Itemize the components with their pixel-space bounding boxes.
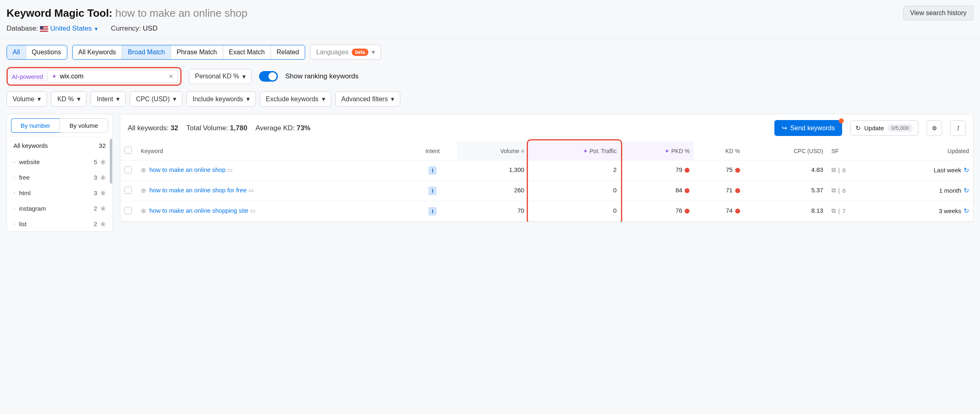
kd-value: 75: [694, 160, 744, 181]
keyword-groups-sidebar: By number By volume All keywords 32 ›web…: [7, 114, 113, 232]
tab-phrase-match[interactable]: Phrase Match: [171, 45, 223, 59]
col-updated[interactable]: Updated: [877, 142, 973, 160]
scrollbar[interactable]: [110, 139, 112, 184]
include-keywords-filter[interactable]: Include keywords▾: [186, 91, 256, 107]
notification-dot: [839, 118, 844, 123]
refresh-icon: ↻: [856, 125, 861, 132]
advanced-filters[interactable]: Advanced filters▾: [335, 91, 401, 107]
col-volume[interactable]: Volume ≡: [457, 142, 528, 160]
sidebar-tab-by-number[interactable]: By number: [11, 118, 60, 133]
tab-all[interactable]: All: [7, 45, 26, 59]
col-sf[interactable]: SF: [827, 142, 877, 160]
serp-icon[interactable]: ▭: [250, 207, 255, 214]
select-all-checkbox[interactable]: [124, 147, 132, 154]
total-volume: Total Volume: 1,780: [186, 124, 247, 132]
intent-badge: I: [428, 166, 437, 175]
sidebar-tab-by-volume[interactable]: By volume: [60, 118, 109, 133]
sf-value[interactable]: ⧉ | 7: [831, 207, 846, 214]
intent-filter[interactable]: Intent▾: [91, 91, 126, 107]
send-icon: ↪: [782, 124, 787, 132]
refresh-row-icon[interactable]: ↻: [964, 167, 969, 174]
chevron-down-icon: ▼: [94, 26, 99, 32]
tab-exact-match[interactable]: Exact Match: [223, 45, 271, 59]
sidebar-item-website[interactable]: ›website 5◉: [7, 154, 112, 169]
sidebar-all-keywords[interactable]: All keywords 32: [7, 137, 112, 154]
languages-dropdown[interactable]: Languages beta ▾: [310, 45, 381, 60]
pot-traffic-value: 0: [528, 201, 621, 222]
volume-value: 1,300: [457, 160, 528, 181]
table-row: ⊕how to make an online shop ▭ I 1,300 2 …: [120, 160, 973, 181]
difficulty-dot-icon: [685, 168, 690, 173]
sidebar-item-instagram[interactable]: ›instagram 2◉: [7, 200, 112, 216]
average-kd: Average KD: 73%: [255, 124, 310, 132]
keyword-link[interactable]: how to make an online shopping site: [149, 207, 248, 214]
tab-all-keywords[interactable]: All Keywords: [73, 45, 122, 59]
keyword-link[interactable]: how to make an online shop: [149, 166, 226, 173]
clear-icon[interactable]: ✕: [169, 73, 173, 80]
chevron-down-icon: ▾: [242, 73, 246, 80]
settings-button[interactable]: ⚙: [927, 120, 942, 136]
eye-icon[interactable]: ◉: [100, 158, 106, 165]
add-icon[interactable]: ⊕: [141, 187, 146, 194]
tab-questions[interactable]: Questions: [26, 45, 67, 59]
tab-broad-match[interactable]: Broad Match: [122, 45, 171, 59]
refresh-row-icon[interactable]: ↻: [964, 187, 969, 194]
cpc-filter[interactable]: CPC (USD)▾: [130, 91, 182, 107]
row-checkbox[interactable]: [124, 187, 132, 194]
intent-badge: I: [428, 207, 437, 216]
serp-icon[interactable]: ▭: [248, 187, 254, 194]
sf-value[interactable]: ⧉ | 6: [831, 187, 846, 194]
keyword-link[interactable]: how to make an online shop for free: [149, 187, 246, 194]
eye-icon[interactable]: ◉: [100, 205, 106, 212]
row-checkbox[interactable]: [124, 166, 132, 174]
add-icon[interactable]: ⊕: [141, 166, 146, 174]
refresh-row-icon[interactable]: ↻: [964, 207, 969, 214]
serp-icon[interactable]: ▭: [227, 167, 233, 173]
volume-filter[interactable]: Volume▾: [7, 91, 47, 107]
volume-value: 260: [457, 181, 528, 201]
eye-icon[interactable]: ◉: [100, 174, 106, 181]
sparkle-icon: ✦: [583, 148, 588, 154]
sidebar-item-html[interactable]: ›html 3◉: [7, 185, 112, 200]
add-icon[interactable]: ⊕: [141, 207, 146, 215]
volume-value: 70: [457, 201, 528, 222]
personal-kd-dropdown[interactable]: Personal KD % ▾: [189, 69, 252, 84]
col-keyword[interactable]: Keyword: [137, 142, 408, 160]
tab-related[interactable]: Related: [271, 45, 305, 59]
exclude-keywords-filter[interactable]: Exclude keywords▾: [260, 91, 331, 107]
row-checkbox[interactable]: [124, 207, 132, 214]
col-pkd[interactable]: ✦ PKD %: [621, 142, 694, 160]
difficulty-dot-icon: [735, 168, 740, 173]
view-search-history-button[interactable]: View search history: [903, 6, 973, 20]
chevron-right-icon: ›: [13, 206, 15, 211]
difficulty-dot-icon: [685, 209, 690, 214]
chevron-down-icon: ▾: [372, 48, 375, 56]
question-tabs: All Questions: [7, 45, 67, 60]
chevron-down-icon: ▾: [173, 95, 176, 103]
update-counter: 0/5,000: [887, 124, 913, 132]
chevron-down-icon: ▾: [116, 95, 120, 103]
update-button[interactable]: ↻ Update 0/5,000: [850, 120, 918, 136]
sidebar-item-free[interactable]: ›free 3◉: [7, 169, 112, 185]
sf-value[interactable]: ⧉ | 6: [831, 166, 846, 174]
col-cpc[interactable]: CPC (USD): [744, 142, 827, 160]
col-kd[interactable]: KD %: [694, 142, 744, 160]
eye-icon[interactable]: ◉: [100, 189, 106, 196]
chevron-right-icon: ›: [13, 175, 15, 180]
send-keywords-button[interactable]: ↪ Send keywords: [774, 120, 842, 136]
chevron-down-icon: ▾: [246, 95, 250, 103]
show-ranking-toggle[interactable]: [259, 71, 278, 82]
chevron-right-icon: ›: [13, 221, 15, 226]
sparkle-icon: ✦: [52, 73, 57, 80]
sidebar-item-list[interactable]: ›list 2◉: [7, 216, 112, 231]
col-pot-traffic[interactable]: ✦ Pot. Traffic: [528, 142, 621, 160]
kd-filter[interactable]: KD %▾: [51, 91, 86, 107]
database-selector[interactable]: Database: United States ▼: [7, 24, 99, 33]
ai-powered-filter: AI-powered ✦ ✕: [7, 67, 182, 86]
export-button[interactable]: ⤴: [950, 120, 966, 136]
eye-icon[interactable]: ◉: [100, 220, 106, 227]
updated-value: 1 month↻: [877, 181, 973, 201]
sparkle-icon: ✦: [665, 148, 670, 154]
col-intent[interactable]: Intent: [408, 142, 457, 160]
ai-domain-input[interactable]: [60, 73, 165, 80]
